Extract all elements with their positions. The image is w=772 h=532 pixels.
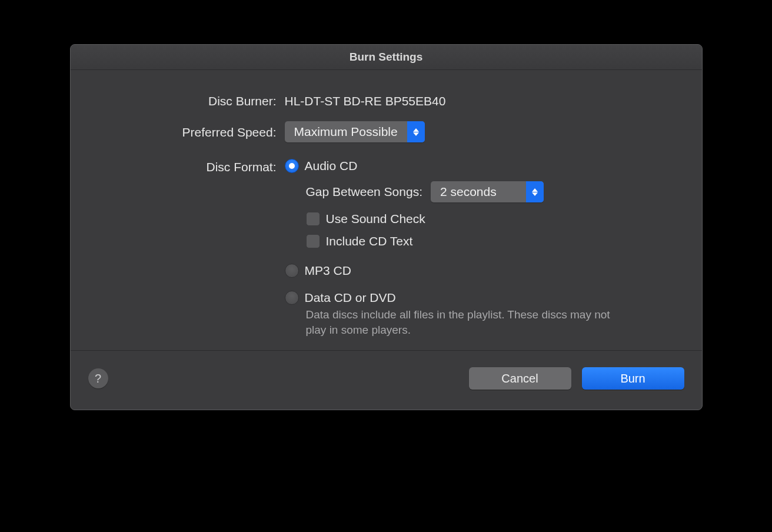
cancel-button[interactable]: Cancel (469, 367, 571, 390)
burn-button[interactable]: Burn (582, 367, 684, 390)
radio-label-mp3-cd: MP3 CD (305, 264, 351, 278)
checkbox-use-sound-check[interactable]: Use Sound Check (306, 212, 673, 226)
radio-label-audio-cd: Audio CD (305, 159, 358, 173)
label-disc-burner: Disc Burner: (100, 92, 285, 108)
radio-icon (285, 159, 299, 173)
dialog-footer: ? Cancel Burn (71, 350, 702, 410)
data-cd-description: Data discs include all files in the play… (306, 307, 612, 337)
radio-icon (285, 264, 299, 278)
row-disc-burner: Disc Burner: HL-DT-ST BD-RE BP55EB40 (100, 92, 673, 108)
radio-option-audio-cd[interactable]: Audio CD (285, 159, 673, 173)
row-disc-format: Disc Format: Audio CD Gap Between Songs:… (100, 159, 673, 337)
checkbox-label-sound-check: Use Sound Check (326, 212, 425, 226)
label-preferred-speed: Preferred Speed: (100, 121, 285, 139)
radio-option-data-cd[interactable]: Data CD or DVD (285, 291, 673, 305)
row-gap-between-songs: Gap Between Songs: 2 seconds (306, 181, 673, 202)
radio-option-mp3-cd[interactable]: MP3 CD (285, 264, 673, 278)
checkbox-icon (306, 212, 320, 226)
burn-button-label: Burn (620, 372, 645, 385)
backdrop: Burn Settings Disc Burner: HL-DT-ST BD-R… (0, 0, 772, 532)
label-gap-between-songs: Gap Between Songs: (306, 185, 422, 199)
radio-label-data-cd: Data CD or DVD (305, 291, 396, 305)
label-disc-format: Disc Format: (100, 159, 285, 174)
chevron-up-down-icon (526, 181, 544, 202)
gap-between-songs-select[interactable]: 2 seconds (431, 181, 544, 202)
burn-settings-dialog: Burn Settings Disc Burner: HL-DT-ST BD-R… (70, 44, 703, 410)
checkbox-icon (306, 234, 320, 248)
dialog-content: Disc Burner: HL-DT-ST BD-RE BP55EB40 Pre… (71, 70, 702, 350)
row-preferred-speed: Preferred Speed: Maximum Possible (100, 121, 673, 142)
dialog-title: Burn Settings (71, 45, 702, 70)
preferred-speed-select[interactable]: Maximum Possible (285, 121, 425, 142)
help-icon: ? (95, 372, 101, 385)
help-button[interactable]: ? (88, 368, 108, 388)
checkbox-include-cd-text[interactable]: Include CD Text (306, 234, 673, 248)
gap-selected: 2 seconds (431, 185, 526, 199)
radio-icon (285, 291, 299, 305)
preferred-speed-selected: Maximum Possible (285, 125, 407, 139)
chevron-up-down-icon (407, 121, 425, 142)
checkbox-label-cd-text: Include CD Text (326, 234, 413, 248)
cancel-button-label: Cancel (501, 372, 538, 385)
disc-burner-value: HL-DT-ST BD-RE BP55EB40 (285, 92, 446, 108)
